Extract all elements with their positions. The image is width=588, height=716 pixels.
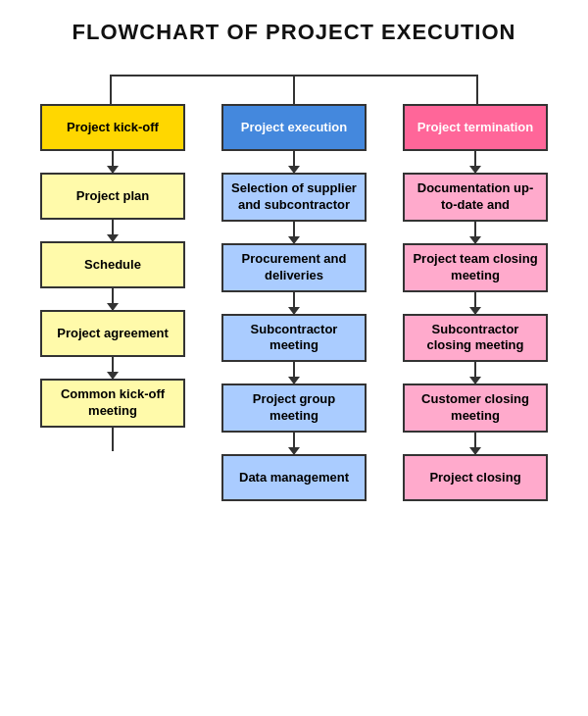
arrow	[474, 433, 476, 454]
column-termination: Project termination Documentation up-to-…	[385, 104, 566, 501]
box-execution-2: Procurement and deliveries	[221, 243, 367, 292]
box-execution-4: Project group meeting	[221, 384, 367, 433]
box-kickoff-2: Schedule	[40, 241, 185, 288]
arrow	[474, 292, 476, 314]
arrow	[293, 362, 295, 384]
box-execution-header: Project execution	[221, 104, 367, 151]
arrow	[293, 433, 295, 454]
arrow	[474, 151, 476, 173]
arrow	[293, 151, 295, 173]
arrow	[112, 151, 114, 173]
box-kickoff-header: Project kick-off	[40, 104, 185, 151]
column-kickoff: Project kick-off Project plan Schedule P…	[23, 104, 204, 451]
box-termination-4: Customer closing meeting	[403, 384, 548, 433]
box-execution-5: Data management	[221, 454, 367, 501]
arrow	[112, 357, 114, 379]
box-kickoff-4: Common kick-off meeting	[40, 379, 185, 428]
page-title: FLOWCHART OF PROJECT EXECUTION	[73, 20, 516, 45]
box-termination-header: Project termination	[403, 104, 548, 151]
box-kickoff-1: Project plan	[40, 173, 185, 220]
arrow	[293, 292, 295, 314]
arrow	[293, 222, 295, 243]
arrow	[474, 362, 476, 384]
box-termination-1: Documentation up-to-date and	[403, 173, 548, 222]
col3-top-drop	[476, 75, 478, 104]
col1-top-drop	[110, 75, 112, 104]
box-termination-2: Project team closing meeting	[403, 243, 548, 292]
box-execution-3: Subcontractor meeting	[221, 314, 367, 363]
flowchart: Project kick-off Project plan Schedule P…	[10, 104, 578, 501]
column-execution: Project execution Selection of supplier …	[204, 104, 385, 501]
col1-bottom-line	[112, 428, 114, 451]
arrow	[474, 222, 476, 243]
box-termination-5: Project closing	[403, 454, 548, 501]
col2-top-drop	[293, 75, 295, 104]
box-termination-3: Subcontractor closing meeting	[403, 314, 548, 363]
arrow	[112, 288, 114, 310]
box-kickoff-3: Project agreement	[40, 310, 185, 357]
arrow	[112, 220, 114, 241]
box-execution-1: Selection of supplier and subcontractor	[221, 173, 367, 222]
